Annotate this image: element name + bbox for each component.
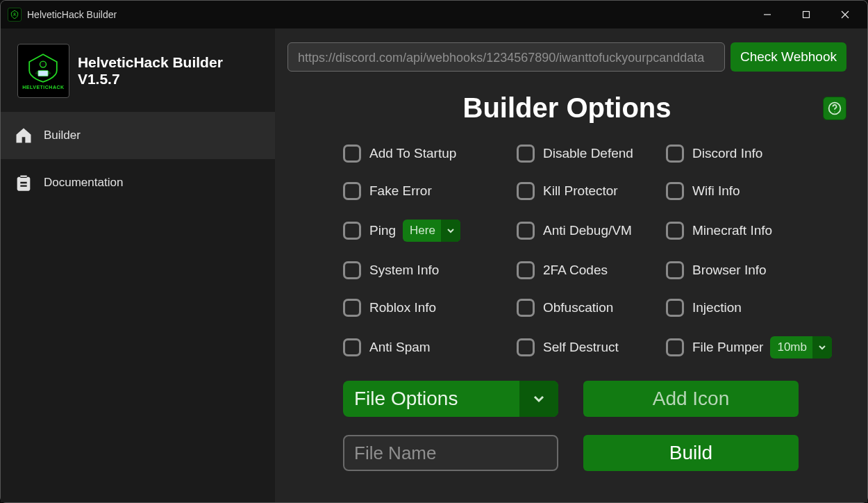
option-disable-defender[interactable]: Disable Defender	[517, 145, 666, 163]
checkbox-icon	[343, 299, 361, 317]
checkbox-icon	[343, 182, 361, 200]
checkbox-icon	[517, 299, 535, 317]
sidebar-item-builder[interactable]: Builder	[1, 112, 275, 159]
file-name-input[interactable]: File Name	[343, 435, 558, 471]
help-button[interactable]	[823, 97, 846, 120]
option-2fa-codes[interactable]: 2FA Codes	[517, 261, 666, 279]
checkbox-icon	[343, 261, 361, 279]
bottom-controls: File Options Add Icon File Name Build	[287, 381, 846, 471]
svg-point-8	[835, 111, 835, 112]
brand-block: HELVETICHACK HelveticHack Builder V1.5.7	[1, 35, 275, 112]
checkbox-icon	[343, 145, 361, 163]
window-title: HelveticHack Builder	[27, 9, 748, 20]
checkbox-icon	[343, 338, 361, 356]
svg-point-0	[14, 13, 15, 15]
checkbox-icon	[517, 145, 535, 163]
option-fake-error[interactable]: Fake Error	[343, 182, 517, 200]
option-roblox-info[interactable]: Roblox Info	[343, 299, 517, 317]
sidebar-item-label: Builder	[44, 129, 81, 142]
close-button[interactable]	[826, 1, 865, 28]
brand-title: HelveticHack Builder V1.5.7	[78, 54, 261, 88]
checkbox-icon	[517, 338, 535, 356]
option-file-pumper[interactable]: File Pumper 10mb	[666, 336, 846, 358]
option-ping[interactable]: Ping Here	[343, 220, 517, 242]
chevron-down-icon	[519, 381, 558, 417]
app-body: HELVETICHACK HelveticHack Builder V1.5.7…	[1, 28, 867, 502]
chevron-down-icon	[812, 336, 832, 358]
brand-logo: HELVETICHACK	[17, 44, 69, 98]
webhook-row: https://discord.com/api/webhooks/1234567…	[287, 42, 846, 72]
option-anti-debug[interactable]: Anti Debug/VM	[517, 220, 666, 242]
checkbox-icon	[666, 222, 684, 240]
window-controls	[748, 1, 865, 28]
main-panel: https://discord.com/api/webhooks/1234567…	[275, 28, 867, 502]
checkbox-icon	[517, 182, 535, 200]
titlebar: HelveticHack Builder	[1, 1, 867, 28]
sidebar: HELVETICHACK HelveticHack Builder V1.5.7…	[1, 28, 275, 502]
option-minecraft-info[interactable]: Minecraft Info	[666, 220, 846, 242]
app-window: HelveticHack Builder HELVETICHACK H	[0, 0, 868, 503]
file-options-dropdown[interactable]: File Options	[343, 381, 558, 417]
checkbox-icon	[666, 145, 684, 163]
file-pumper-dropdown[interactable]: 10mb	[770, 336, 832, 358]
brand-logo-text: HELVETICHACK	[22, 85, 64, 90]
sidebar-item-documentation[interactable]: Documentation	[1, 159, 275, 206]
option-add-startup[interactable]: Add To Startup	[343, 145, 517, 163]
option-wifi-info[interactable]: Wifi Info	[666, 182, 846, 200]
checkbox-icon	[666, 338, 684, 356]
checkbox-icon	[666, 261, 684, 279]
option-discord-info[interactable]: Discord Info	[666, 145, 846, 163]
checkbox-icon	[517, 261, 535, 279]
webhook-input[interactable]: https://discord.com/api/webhooks/1234567…	[287, 42, 725, 72]
clipboard-icon	[13, 172, 34, 193]
section-header: Builder Options	[287, 92, 846, 124]
options-grid: Add To Startup Disable Defender Discord …	[287, 145, 846, 358]
check-webhook-button[interactable]: Check Webhook	[731, 42, 846, 72]
option-system-info[interactable]: System Info	[343, 261, 517, 279]
option-self-destruct[interactable]: Self Destruct	[517, 336, 666, 358]
sidebar-item-label: Documentation	[44, 176, 123, 190]
minimize-button[interactable]	[748, 1, 787, 28]
option-kill-protector[interactable]: Kill Protector	[517, 182, 666, 200]
home-icon	[13, 125, 34, 146]
checkbox-icon	[666, 299, 684, 317]
checkbox-icon	[517, 222, 535, 240]
svg-point-5	[40, 61, 47, 67]
option-obfuscation[interactable]: Obfuscation	[517, 299, 666, 317]
ping-dropdown[interactable]: Here	[403, 220, 460, 242]
build-button[interactable]: Build	[583, 435, 799, 471]
svg-rect-6	[38, 70, 48, 76]
option-browser-info[interactable]: Browser Info	[666, 261, 846, 279]
option-anti-spam[interactable]: Anti Spam	[343, 336, 517, 358]
app-icon	[8, 8, 22, 22]
checkbox-icon	[666, 182, 684, 200]
option-injection[interactable]: Injection	[666, 299, 846, 317]
checkbox-icon	[343, 222, 361, 240]
add-icon-button[interactable]: Add Icon	[583, 381, 799, 417]
svg-rect-2	[803, 12, 810, 18]
section-title: Builder Options	[463, 92, 671, 124]
chevron-down-icon	[441, 220, 460, 242]
maximize-button[interactable]	[787, 1, 826, 28]
